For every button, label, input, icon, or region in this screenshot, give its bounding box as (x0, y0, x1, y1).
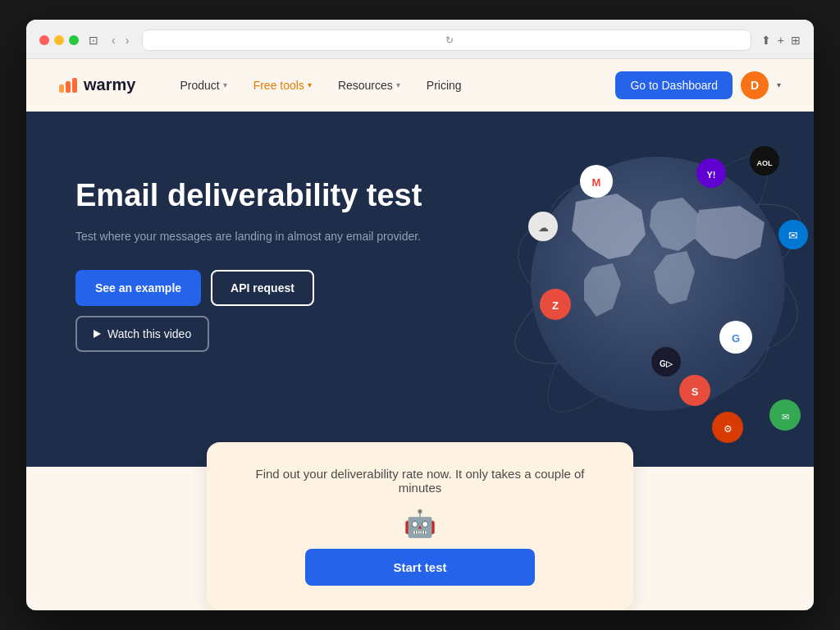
start-test-button[interactable]: Start test (305, 549, 535, 586)
svg-text:Y!: Y! (707, 170, 716, 180)
logo-bar-2 (59, 84, 64, 93)
hero-title: Email deliverability test (75, 177, 436, 215)
logo-bar-3 (72, 78, 77, 93)
nav-item-free-tools[interactable]: Free tools ▾ (242, 72, 323, 98)
watch-video-button[interactable]: Watch this video (75, 316, 209, 352)
card-text: Find out your deliverability rate now. I… (240, 467, 600, 495)
address-bar[interactable]: ↻ (142, 30, 751, 51)
robot-icon: 🤖 (240, 508, 600, 539)
logo-text: warmy (84, 75, 135, 94)
close-button[interactable] (39, 35, 49, 45)
nav-free-tools-label: Free tools (253, 79, 304, 92)
globe-svg: M Y! AOL ✉ ☁ (420, 112, 814, 489)
maximize-button[interactable] (69, 35, 79, 45)
nav-pricing-label: Pricing (427, 79, 462, 92)
chevron-down-icon: ▾ (223, 80, 227, 89)
svg-text:G: G (732, 332, 740, 345)
tabs-icon: ⊡ (89, 34, 98, 47)
svg-text:Z: Z (552, 299, 559, 312)
svg-text:G▷: G▷ (660, 359, 673, 368)
see-example-button[interactable]: See an example (75, 270, 201, 306)
new-tab-icon[interactable]: + (778, 34, 784, 47)
globe-visualization: M Y! AOL ✉ ☁ (420, 112, 814, 489)
svg-text:✉: ✉ (782, 412, 789, 422)
minimize-button[interactable] (54, 35, 64, 45)
nav-item-pricing[interactable]: Pricing (415, 72, 473, 98)
chevron-down-icon: ▾ (308, 80, 312, 89)
svg-text:S: S (692, 386, 699, 398)
hero-inner: Email deliverability test Test where you… (26, 112, 814, 467)
browser-chrome: ⊡ ‹ › ↻ ⬆ + ⊞ (26, 20, 814, 59)
nav-item-product[interactable]: Product ▾ (168, 72, 238, 98)
page-content: warmy Product ▾ Free tools ▾ Resources ▾… (26, 59, 814, 610)
chevron-down-icon: ▾ (396, 80, 400, 89)
nav-item-resources[interactable]: Resources ▾ (326, 72, 412, 98)
deliverability-card: Find out your deliverability rate now. I… (207, 442, 633, 610)
hero-section: Email deliverability test Test where you… (26, 112, 814, 610)
hero-text: Email deliverability test Test where you… (75, 161, 436, 352)
api-request-button[interactable]: API request (211, 270, 314, 306)
back-button[interactable]: ‹ (108, 32, 119, 48)
play-icon (94, 330, 101, 338)
svg-text:⚙: ⚙ (724, 423, 733, 435)
hero-subtitle: Test where your messages are landing in … (75, 228, 436, 245)
nav-cta: Go to Dashboard D ▾ (615, 71, 781, 99)
hero-buttons: See an example API request Watch this vi… (75, 270, 436, 352)
browser-window: ⊡ ‹ › ↻ ⬆ + ⊞ warmy (26, 20, 814, 610)
logo-bar-1 (66, 81, 71, 93)
nav-links: Product ▾ Free tools ▾ Resources ▾ Prici… (168, 72, 615, 98)
logo[interactable]: warmy (59, 75, 135, 94)
nav-arrows: ‹ › (108, 32, 132, 48)
nav-resources-label: Resources (338, 79, 393, 92)
grid-icon[interactable]: ⊞ (791, 34, 801, 47)
dashboard-button[interactable]: Go to Dashboard (615, 71, 733, 99)
avatar-chevron-icon[interactable]: ▾ (777, 80, 781, 89)
svg-text:✉: ✉ (788, 229, 798, 242)
bottom-card-area: Find out your deliverability rate now. I… (26, 467, 814, 610)
watch-label: Watch this video (107, 327, 191, 340)
user-avatar[interactable]: D (741, 71, 769, 99)
svg-text:AOL: AOL (757, 159, 774, 167)
forward-button[interactable]: › (122, 32, 133, 48)
svg-text:☁: ☁ (538, 221, 549, 234)
browser-actions: ⬆ + ⊞ (761, 34, 801, 47)
navbar: warmy Product ▾ Free tools ▾ Resources ▾… (26, 59, 814, 112)
traffic-lights (39, 35, 79, 45)
nav-product-label: Product (180, 79, 219, 92)
reload-icon: ↻ (445, 34, 454, 46)
logo-icon (59, 78, 77, 93)
svg-text:M: M (592, 176, 601, 189)
share-icon[interactable]: ⬆ (761, 34, 771, 47)
